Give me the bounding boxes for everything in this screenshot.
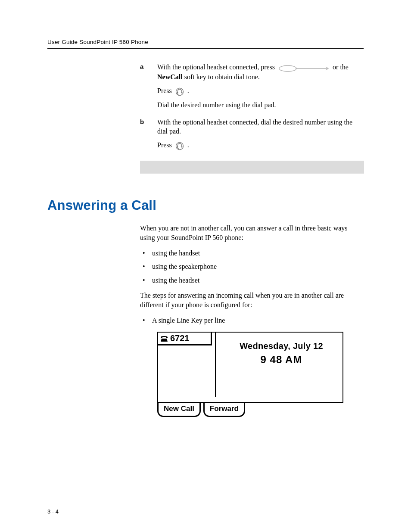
section-body: When you are not in another call, you ca… bbox=[140, 224, 364, 417]
softkey-row: New Call Forward bbox=[157, 402, 343, 417]
heading-answering-a-call: Answering a Call bbox=[47, 198, 364, 213]
phone-display: 6721 Wednesday, July 12 9 48 AM bbox=[157, 332, 343, 403]
bullet-single-line-key: A single Line Key per line bbox=[140, 316, 364, 325]
bullet-speakerphone: using the speakerphone bbox=[140, 262, 364, 271]
page-number: 3 - 4 bbox=[47, 508, 59, 515]
step-a-text-1: With the optional headset connected, pre… bbox=[157, 63, 277, 71]
svg-point-0 bbox=[279, 65, 296, 72]
line-key-box: 6721 bbox=[158, 333, 212, 345]
press-label-b: Press bbox=[157, 141, 174, 149]
softkey-new-call: New Call bbox=[157, 402, 201, 417]
step-b-press-row: Press . bbox=[157, 140, 364, 150]
body-column: a With the optional headset connected, p… bbox=[140, 62, 364, 174]
step-list: a With the optional headset connected, p… bbox=[140, 62, 364, 150]
phone-screenshot: 6721 Wednesday, July 12 9 48 AM New Call… bbox=[157, 332, 343, 417]
press-label: Press bbox=[157, 87, 174, 94]
newcall-bold: NewCall bbox=[157, 73, 183, 81]
bullet-handset: using the handset bbox=[140, 249, 364, 258]
header-rule bbox=[47, 48, 364, 49]
step-marker-b: b bbox=[140, 118, 144, 126]
page: User Guide SoundPoint IP 560 Phone a Wit… bbox=[0, 0, 411, 532]
headset-icon bbox=[175, 141, 184, 150]
press-dot-b: . bbox=[187, 141, 189, 149]
bullet-headset: using the headset bbox=[140, 276, 364, 285]
step-a-press-row: Press . bbox=[157, 86, 364, 96]
note-bar bbox=[140, 161, 364, 174]
date-time-area: Wednesday, July 12 9 48 AM bbox=[224, 340, 339, 367]
step-marker-a: a bbox=[140, 62, 143, 71]
headset-icon bbox=[175, 87, 184, 96]
bullet-list-1: using the handset using the speakerphone… bbox=[140, 249, 364, 285]
intro-para-1: When you are not in another call, you ca… bbox=[140, 224, 364, 242]
step-a-text-2: or the bbox=[333, 63, 349, 71]
line-key-icon bbox=[278, 63, 329, 73]
svg-point-7 bbox=[181, 146, 182, 148]
phone-icon bbox=[160, 333, 168, 344]
running-header: User Guide SoundPoint IP 560 Phone bbox=[47, 39, 364, 45]
step-b: b With the optional headset connected, d… bbox=[140, 118, 364, 151]
date-text: Wednesday, July 12 bbox=[224, 340, 339, 352]
step-b-text: With the optional headset connected, dia… bbox=[157, 118, 352, 135]
step-a-text-3: soft key to obtain dial tone. bbox=[184, 73, 260, 81]
bullet-list-2: A single Line Key per line bbox=[140, 316, 364, 325]
svg-point-4 bbox=[181, 92, 182, 93]
line-tab-area: 6721 bbox=[158, 333, 216, 397]
time-text: 9 48 AM bbox=[224, 353, 339, 367]
step-a: a With the optional headset connected, p… bbox=[140, 62, 364, 110]
intro-para-2: The steps for answering an incoming call… bbox=[140, 291, 364, 309]
step-a-dial-text: Dial the desired number using the dial p… bbox=[157, 100, 364, 110]
press-dot: . bbox=[187, 87, 189, 94]
line-number: 6721 bbox=[170, 333, 190, 344]
softkey-forward: Forward bbox=[203, 402, 245, 417]
